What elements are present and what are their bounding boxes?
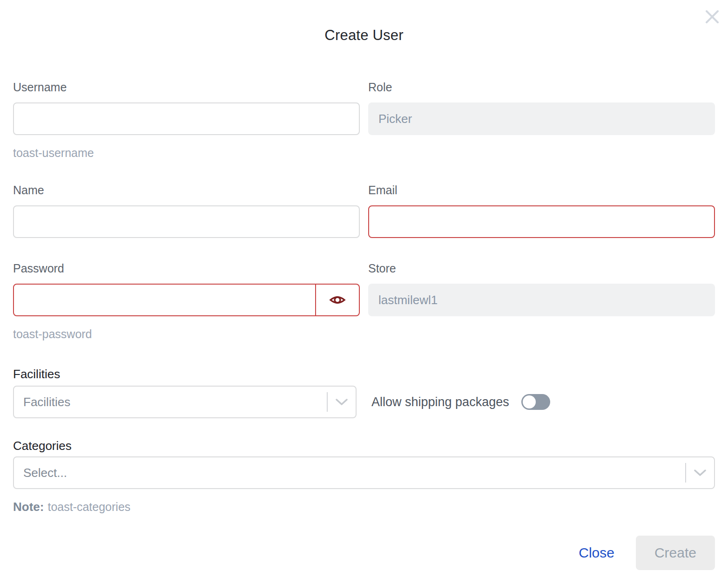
password-field-group: Password toast-password xyxy=(13,261,360,341)
store-label: Store xyxy=(368,261,715,275)
password-helper: toast-password xyxy=(13,327,360,341)
categories-label: Categories xyxy=(13,439,72,453)
categories-expand-button[interactable] xyxy=(686,457,714,488)
email-field-group: Email xyxy=(368,183,715,238)
create-user-form: Username toast-username Role Name Email … xyxy=(0,80,728,514)
row-username-role: Username toast-username Role xyxy=(13,80,715,160)
username-field-group: Username toast-username xyxy=(13,80,360,160)
create-user-dialog: Create User Username toast-username Role… xyxy=(0,0,728,585)
name-label: Name xyxy=(13,183,360,197)
password-visibility-button[interactable] xyxy=(316,284,360,316)
close-icon[interactable] xyxy=(702,7,722,27)
password-input[interactable] xyxy=(13,284,316,316)
username-helper: toast-username xyxy=(13,146,360,160)
row-password-store: Password toast-password Store xyxy=(13,261,715,341)
name-field-group: Name xyxy=(13,183,360,238)
eye-icon xyxy=(329,293,346,306)
allow-shipping-label: Allow shipping packages xyxy=(371,395,509,409)
store-field-group: Store xyxy=(368,261,715,341)
role-input xyxy=(368,102,715,135)
role-field-group: Role xyxy=(368,80,715,160)
categories-select[interactable] xyxy=(13,456,715,489)
x-mark-icon xyxy=(704,9,720,25)
categories-field-group: Categories Note:toast-categories xyxy=(13,439,715,514)
username-input[interactable] xyxy=(13,102,360,135)
dialog-title: Create User xyxy=(0,27,728,44)
email-label: Email xyxy=(368,183,715,197)
close-button[interactable]: Close xyxy=(579,545,614,561)
toggle-knob xyxy=(523,395,536,408)
categories-note: Note:toast-categories xyxy=(13,500,715,514)
password-label: Password xyxy=(13,261,360,275)
facilities-select-input[interactable] xyxy=(14,387,327,417)
chevron-down-icon xyxy=(693,469,707,477)
facilities-label: Facilities xyxy=(13,367,357,381)
facilities-field-group: Facilities xyxy=(13,367,357,418)
note-text: toast-categories xyxy=(47,500,130,513)
row-name-email: Name Email xyxy=(13,183,715,238)
create-button[interactable]: Create xyxy=(636,536,715,570)
categories-select-input[interactable] xyxy=(14,457,685,488)
store-input xyxy=(368,284,715,316)
name-input[interactable] xyxy=(13,205,360,238)
allow-shipping-toggle[interactable] xyxy=(521,394,550,410)
row-facilities-shipping: Facilities Allow shipping packages xyxy=(13,367,715,418)
allow-shipping-group: Allow shipping packages xyxy=(365,386,715,418)
dialog-footer: Close Create xyxy=(0,536,728,570)
email-input[interactable] xyxy=(368,205,715,238)
role-label: Role xyxy=(368,80,715,94)
note-label: Note: xyxy=(13,500,44,514)
facilities-expand-button[interactable] xyxy=(328,387,356,417)
password-input-group xyxy=(13,284,360,316)
facilities-select[interactable] xyxy=(13,386,357,418)
chevron-down-icon xyxy=(335,398,349,406)
username-label: Username xyxy=(13,80,360,94)
